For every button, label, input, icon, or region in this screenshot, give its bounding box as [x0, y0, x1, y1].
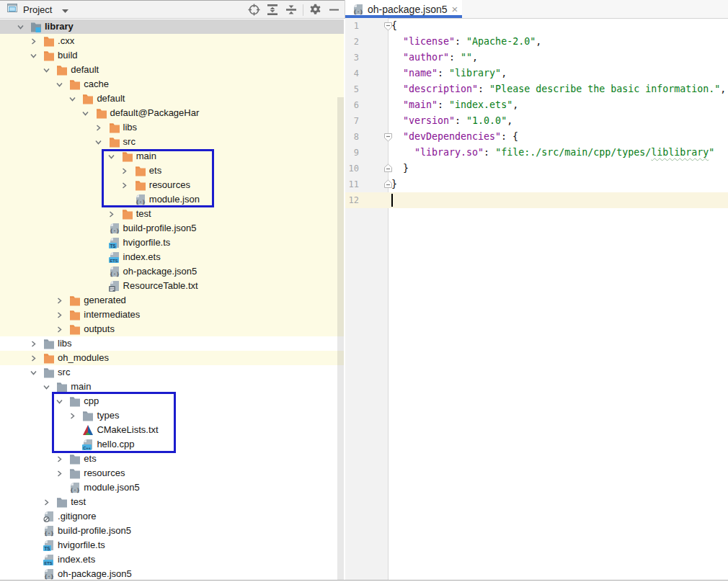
chevron-right-icon[interactable]: [29, 338, 37, 349]
tree-item-types[interactable]: types: [0, 408, 344, 423]
code-line-3[interactable]: "author": "",: [389, 50, 478, 66]
tree-item-module-json[interactable]: {·}module.json: [0, 192, 344, 207]
tree-item-main[interactable]: main: [0, 380, 344, 394]
code-line-9[interactable]: "library.so": "file:./src/main/cpp/types…: [389, 145, 714, 161]
tree-item-libs[interactable]: libs: [0, 336, 344, 351]
tab-close-icon[interactable]: ×: [452, 4, 458, 14]
chevron-right-icon[interactable]: [55, 467, 63, 479]
tree-item-build[interactable]: build: [0, 48, 344, 63]
collapse-all-icon[interactable]: [282, 1, 301, 19]
tree-item-index-ets[interactable]: ETSindex.ets: [0, 552, 344, 567]
chevron-down-icon[interactable]: [42, 381, 50, 393]
tree-item-hvigorfile-ts[interactable]: TShvigorfile.ts: [0, 236, 344, 250]
chevron-right-icon[interactable]: [107, 208, 116, 220]
tree-item-cpp[interactable]: cpp: [0, 394, 344, 408]
tree-scrollbar-thumb[interactable]: [337, 97, 344, 582]
tree-item-label: CMakeLists.txt: [97, 423, 158, 437]
project-view-selector[interactable]: Project: [0, 1, 68, 18]
tree-item-build-profile-json5[interactable]: {·}build-profile.json5: [0, 221, 344, 236]
tree-item-src[interactable]: src: [0, 135, 344, 149]
tree-item-index-ets[interactable]: ETSindex.ets: [0, 250, 344, 264]
tree-item-outputs[interactable]: outputs: [0, 322, 344, 336]
tree-item-default[interactable]: default: [0, 91, 344, 106]
folder-orange-icon: [135, 179, 146, 191]
tree-item-module-json5[interactable]: {·}module.json5: [0, 480, 344, 495]
fold-marker-up-icon[interactable]: [384, 176, 392, 192]
tree-item-oh-modules[interactable]: oh_modules: [0, 351, 344, 365]
tree-item--gitignore[interactable]: .gitignore: [0, 509, 344, 524]
code-line-2[interactable]: "license": "Apache-2.0",: [389, 34, 541, 50]
tree-item-oh-package-json5[interactable]: {·}oh-package.json5: [0, 567, 344, 581]
tree-item-libs[interactable]: libs: [0, 120, 344, 135]
code-line-6[interactable]: "main": "index.ets",: [389, 97, 518, 113]
tree-item-label: cache: [84, 77, 109, 91]
ets-file-icon: ETS: [109, 251, 120, 263]
tree-item-label: intermediates: [84, 308, 140, 322]
chevron-right-icon[interactable]: [55, 323, 63, 335]
tree-item-hello-cpp[interactable]: C++hello.cpp: [0, 437, 344, 452]
chevron-down-icon[interactable]: [55, 79, 63, 90]
chevron-right-icon[interactable]: [68, 410, 76, 421]
tree-item-resources[interactable]: resources: [0, 466, 344, 480]
chevron-right-icon[interactable]: [94, 122, 103, 133]
hide-panel-icon[interactable]: [324, 1, 343, 19]
tree-item-cmakelists-txt[interactable]: CMakeLists.txt: [0, 423, 344, 437]
code-line-5[interactable]: "description": "Please describe the basi…: [389, 81, 726, 97]
tree-item-test[interactable]: test: [0, 207, 344, 221]
expand-all-icon[interactable]: [263, 1, 282, 19]
tree-item-default[interactable]: default: [0, 63, 344, 77]
locate-icon[interactable]: [244, 1, 263, 19]
tree-item-oh-package-json5[interactable]: {·}oh-package.json5: [0, 264, 344, 279]
chevron-right-icon[interactable]: [55, 295, 63, 306]
tree-item--cxx[interactable]: .cxx: [0, 34, 344, 48]
tree-item-main[interactable]: main: [0, 149, 344, 164]
chevron-down-icon[interactable]: [16, 21, 25, 32]
chevron-right-icon[interactable]: [55, 309, 63, 321]
fold-marker-down-icon[interactable]: [384, 18, 392, 34]
tree-item-ets[interactable]: ets: [0, 452, 344, 466]
code-line-7[interactable]: "version": "1.0.0",: [389, 113, 512, 129]
json-punctuation: [391, 84, 403, 94]
chevron-right-icon[interactable]: [42, 496, 50, 508]
json-punctuation: }: [391, 179, 397, 189]
tree-item-ets[interactable]: ets: [0, 164, 344, 178]
chevron-right-icon[interactable]: [29, 35, 37, 47]
tree-item-label: default: [97, 91, 125, 106]
folder-orange-icon: [69, 309, 81, 321]
tree-item-cache[interactable]: cache: [0, 77, 344, 91]
tree-item-test[interactable]: test: [0, 495, 344, 509]
chevron-right-icon[interactable]: [120, 179, 129, 191]
tree-item-default-packagehar[interactable]: default@PackageHar: [0, 106, 344, 120]
json-punctuation: [391, 147, 414, 158]
settings-gear-icon[interactable]: [306, 1, 324, 19]
tree-item-src[interactable]: src: [0, 365, 344, 380]
fold-marker-up-icon[interactable]: [384, 161, 392, 176]
chevron-down-icon[interactable]: [55, 395, 63, 407]
chevron-down-icon[interactable]: [29, 50, 37, 61]
tree-item-library[interactable]: library: [0, 19, 344, 34]
chevron-right-icon[interactable]: [55, 453, 63, 465]
tree-item-hvigorfile-ts[interactable]: TShvigorfile.ts: [0, 538, 344, 552]
chevron-down-icon[interactable]: [29, 367, 37, 378]
chevron-down-icon[interactable]: [81, 107, 90, 119]
chevron-right-icon[interactable]: [29, 352, 37, 364]
json-punctuation: :: [484, 147, 495, 158]
chevron-down-icon[interactable]: [68, 93, 76, 104]
line-number: 1: [345, 18, 359, 34]
chevron-down-icon[interactable]: [107, 151, 116, 162]
json-punctuation: }: [391, 163, 409, 174]
chevron-right-icon[interactable]: [120, 165, 129, 176]
chevron-down-icon[interactable]: [94, 136, 103, 148]
tree-item-resourcetable-txt[interactable]: ResourceTable.txt: [0, 279, 344, 293]
tree-item-build-profile-json5[interactable]: {·}build-profile.json5: [0, 524, 344, 538]
tree-item-label: generated: [84, 293, 126, 308]
tree-item-resources[interactable]: resources: [0, 178, 344, 192]
chevron-down-icon[interactable]: [42, 64, 50, 76]
code-line-8[interactable]: "devDependencies": {: [389, 129, 518, 145]
fold-marker-down-icon[interactable]: [384, 129, 392, 145]
json-key: "version": [403, 115, 455, 126]
line-number: 6: [345, 97, 359, 113]
tree-item-generated[interactable]: generated: [0, 293, 344, 308]
tree-item-intermediates[interactable]: intermediates: [0, 308, 344, 322]
code-line-4[interactable]: "name": "library",: [389, 66, 507, 81]
